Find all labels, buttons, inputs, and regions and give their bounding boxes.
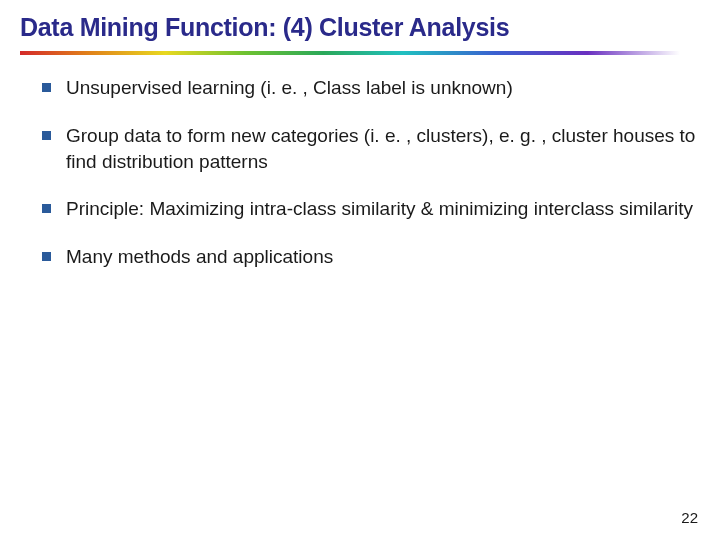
slide-container: Data Mining Function: (4) Cluster Analys…: [0, 0, 720, 540]
bullet-text: Unsupervised learning (i. e. , Class lab…: [66, 77, 513, 98]
page-title: Data Mining Function: (4) Cluster Analys…: [20, 12, 700, 43]
bullet-text: Group data to form new categories (i. e.…: [66, 125, 695, 172]
square-bullet-icon: [42, 252, 51, 261]
list-item: Many methods and applications: [42, 244, 700, 270]
list-item: Principle: Maximizing intra-class simila…: [42, 196, 700, 222]
list-item: Unsupervised learning (i. e. , Class lab…: [42, 75, 700, 101]
bullet-list: Unsupervised learning (i. e. , Class lab…: [20, 75, 700, 269]
bullet-text: Many methods and applications: [66, 246, 333, 267]
bullet-text: Principle: Maximizing intra-class simila…: [66, 198, 693, 219]
square-bullet-icon: [42, 131, 51, 140]
square-bullet-icon: [42, 83, 51, 92]
page-number: 22: [681, 509, 698, 526]
divider-rainbow: [20, 51, 680, 55]
square-bullet-icon: [42, 204, 51, 213]
list-item: Group data to form new categories (i. e.…: [42, 123, 700, 174]
